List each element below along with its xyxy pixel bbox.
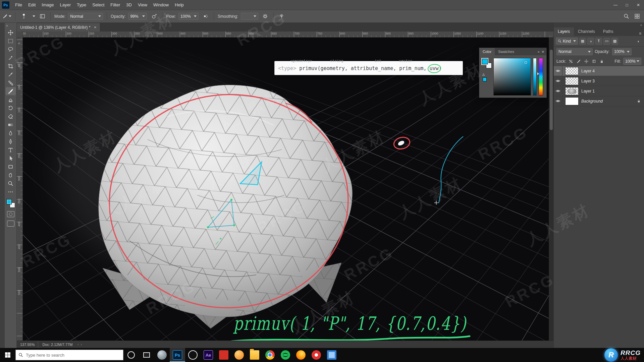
filter-smart-objects-icon[interactable] [611,38,618,45]
visibility-eye-icon[interactable] [554,96,562,106]
menu-3d[interactable]: 3D [123,0,135,10]
tab-paths[interactable]: Paths [599,27,618,36]
filter-kind-dropdown[interactable]: Kind [556,38,578,45]
tab-channels[interactable]: Channels [574,27,599,36]
lock-artboard-icon[interactable] [591,58,597,64]
menu-edit[interactable]: Edit [25,0,39,10]
taskbar-search-input[interactable] [25,352,120,358]
hue-ramp[interactable] [539,58,543,96]
smoothing-select[interactable] [241,13,258,20]
layer-fill-select[interactable]: 100% [623,58,641,65]
menu-select[interactable]: Select [89,0,107,10]
document-tab[interactable]: Untitled-1 @ 138% (Layer 4, RGB/8#) * [17,23,100,32]
lock-transparency-icon[interactable] [568,58,574,64]
taskbar-search[interactable] [15,350,123,360]
foreground-color-swatch[interactable] [6,199,12,204]
tool-preset-picker[interactable] [3,12,11,21]
blend-mode-select[interactable]: Normal [68,13,103,20]
minimize-button[interactable]: — [610,0,621,10]
layer-row-layer-4[interactable]: Layer 4 [554,66,644,76]
zoom-level-field[interactable]: 137.55% [17,341,38,348]
filter-pixel-layers-icon[interactable] [579,38,586,45]
heal-tool[interactable] [6,79,16,87]
start-button[interactable] [0,348,15,362]
menu-type[interactable]: Type [74,0,89,10]
taskbar-monitor-blue-icon[interactable] [324,348,339,362]
layer-thumbnail[interactable] [565,67,579,75]
wand-tool[interactable] [6,54,16,62]
crop-tool[interactable] [6,62,16,70]
layer-row-layer-1[interactable]: Layer 1 [554,86,644,96]
menu-image[interactable]: Image [39,0,57,10]
vertical-scrollbar-thumb[interactable] [550,50,553,130]
menu-layer[interactable]: Layer [57,0,74,10]
smoothing-options-gear-icon[interactable] [261,12,270,21]
panel-menu-icon[interactable] [636,31,644,36]
taskbar-comet-orange-icon[interactable] [231,348,247,362]
menu-view[interactable]: View [135,0,150,10]
visibility-eye-icon[interactable] [554,86,562,96]
taskbar-file-explorer-icon[interactable] [247,348,262,362]
filter-adjustment-layers-icon[interactable] [587,38,594,45]
menu-window[interactable]: Window [150,0,172,10]
eyedropper-tool[interactable] [6,70,16,78]
toggle-brush-panel-button[interactable] [38,12,47,21]
status-scroll-right-icon[interactable] [80,343,83,346]
menu-file[interactable]: File [12,0,25,10]
horizontal-ruler[interactable]: 1001502002503003504004505005506006507007… [23,32,553,38]
taskbar-cortana-icon[interactable] [123,348,139,362]
lasso-tool[interactable] [6,45,16,53]
lock-pixels-icon[interactable] [576,58,582,64]
type-tool[interactable] [6,146,16,154]
lock-position-icon[interactable] [583,58,589,64]
canvas[interactable]: primuv( 1, "P", 17, {0.7,0.4}) <geometry… [23,38,549,341]
gamut-warning-icon[interactable] [482,73,485,76]
taskbar-task-view-icon[interactable] [139,348,154,362]
taskbar-chrome-icon[interactable] [262,348,278,362]
flow-select[interactable]: 100% [178,13,199,20]
brush-picker-caret-icon[interactable] [33,15,35,17]
taskbar-photoshop-icon[interactable]: Ps [170,348,185,362]
blur-tool[interactable] [6,129,16,137]
move-tool[interactable] [6,28,16,37]
saturation-brightness-field[interactable] [493,58,531,96]
status-scroll-left-icon[interactable] [76,343,79,346]
tab-swatches[interactable]: Swatches [495,48,518,55]
vertical-scrollbar[interactable] [549,38,553,341]
taskbar-music-red-icon[interactable] [309,348,324,362]
toolbar-expand-icon[interactable] [5,23,9,28]
paint-symmetry-button[interactable] [277,12,286,21]
taskbar-adobe-red-icon[interactable] [216,348,231,362]
quick-mask-button[interactable] [7,211,14,217]
layer-row-layer-3[interactable]: Layer 3 [554,76,644,86]
visibility-eye-icon[interactable] [554,76,562,86]
panel-foreground-swatch[interactable] [482,59,488,64]
hue-slider-arrow-icon[interactable] [537,72,539,75]
workspace-switcher-icon[interactable] [633,12,641,21]
layer-opacity-select[interactable]: 100% [612,48,632,55]
layer-blend-mode-select[interactable]: Normal [556,48,593,55]
menu-help[interactable]: Help [172,0,187,10]
marquee-tool[interactable] [6,37,16,45]
menu-filter[interactable]: Filter [107,0,123,10]
filter-toggle-icon[interactable] [635,38,642,45]
stamp-tool[interactable] [6,96,16,104]
layer-row-background[interactable]: Background [554,96,644,106]
pressure-opacity-button[interactable] [150,12,158,21]
panel-collapse-icon[interactable] [538,50,540,54]
close-button[interactable]: ✕ [633,0,644,10]
brush-tool[interactable] [6,87,16,95]
airbrush-button[interactable] [201,12,210,21]
visibility-eye-icon[interactable] [554,66,562,76]
shade-ramp[interactable] [533,58,537,96]
layer-thumbnail[interactable] [565,87,579,95]
taskbar-after-effects-icon[interactable]: Ae [201,348,216,362]
ruler-origin-corner[interactable] [17,32,23,38]
layer-thumbnail[interactable] [565,97,579,105]
tab-color[interactable]: Color [479,48,495,55]
shape-tool[interactable] [6,163,16,171]
screen-mode-button[interactable] [7,221,14,227]
gradient-tool[interactable] [6,121,16,129]
eraser-tool[interactable] [6,112,16,120]
lock-all-icon[interactable] [599,58,605,64]
